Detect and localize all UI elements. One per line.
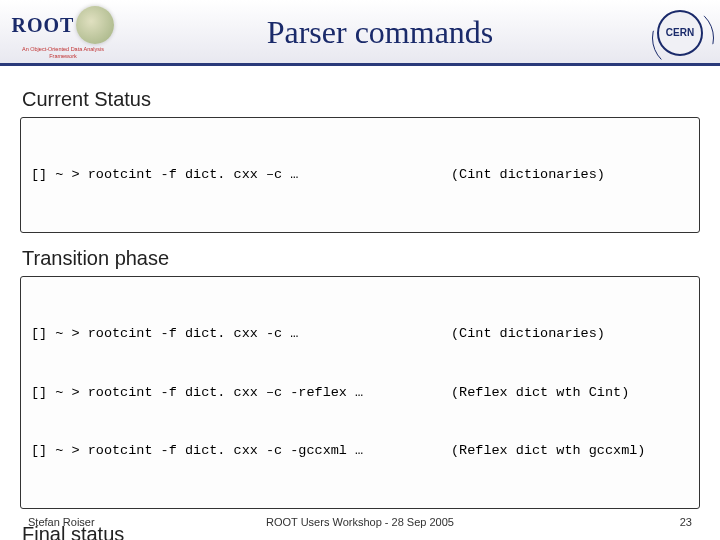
root-tagline: An Object-Oriented Data Analysis Framewo… (8, 46, 118, 58)
code-description: (Cint dictionaries) (451, 324, 689, 344)
root-logo: ROOT An Object-Oriented Data Analysis Fr… (0, 6, 120, 58)
cern-logo-container: CERN (640, 10, 720, 56)
code-box-current: [] ~ > rootcint -f dict. cxx –c … (Cint … (20, 117, 700, 233)
root-logo-text: ROOT (12, 6, 115, 44)
root-swirl-icon (76, 6, 114, 44)
code-line: [] ~ > rootcint -f dict. cxx –c -reflex … (31, 383, 689, 403)
code-box-transition: [] ~ > rootcint -f dict. cxx -c … (Cint … (20, 276, 700, 509)
code-description: (Cint dictionaries) (451, 165, 689, 185)
code-line: [] ~ > rootcint -f dict. cxx –c … (Cint … (31, 165, 689, 185)
code-command: [] ~ > rootcint -f dict. cxx -c -gccxml … (31, 441, 451, 461)
code-description: (Reflex dict wth gccxml) (451, 441, 689, 461)
slide-content: Current Status [] ~ > rootcint -f dict. … (0, 66, 720, 540)
section-heading: Transition phase (22, 247, 700, 270)
code-line: [] ~ > rootcint -f dict. cxx -c -gccxml … (31, 441, 689, 461)
code-description: (Reflex dict wth Cint) (451, 383, 689, 403)
cern-label: CERN (666, 27, 694, 38)
slide-header: ROOT An Object-Oriented Data Analysis Fr… (0, 0, 720, 66)
slide-footer: Stefan Roiser ROOT Users Workshop - 28 S… (0, 516, 720, 528)
code-command: [] ~ > rootcint -f dict. cxx –c -reflex … (31, 383, 451, 403)
code-command: [] ~ > rootcint -f dict. cxx –c … (31, 165, 451, 185)
cern-logo-icon: CERN (657, 10, 703, 56)
root-word: ROOT (12, 14, 75, 37)
slide-title: Parser commands (120, 14, 640, 51)
section-heading: Current Status (22, 88, 700, 111)
code-line: [] ~ > rootcint -f dict. cxx -c … (Cint … (31, 324, 689, 344)
code-command: [] ~ > rootcint -f dict. cxx -c … (31, 324, 451, 344)
footer-event: ROOT Users Workshop - 28 Sep 2005 (0, 516, 720, 528)
